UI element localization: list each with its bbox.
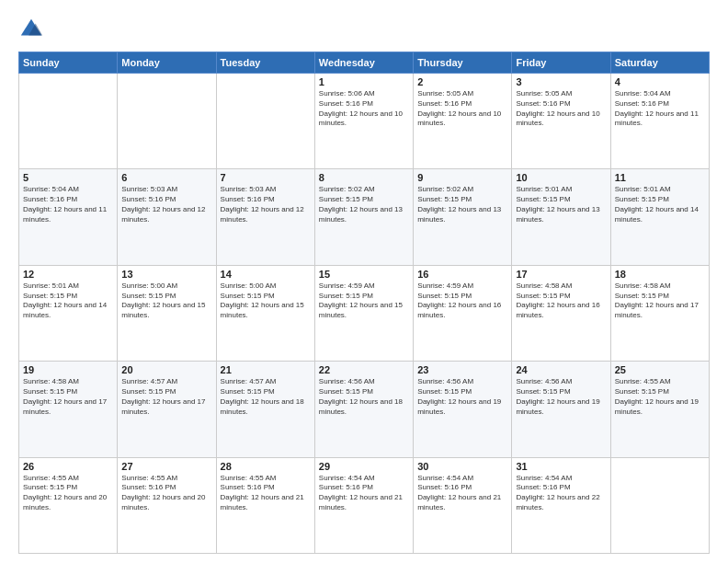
calendar-cell: 26Sunrise: 4:55 AM Sunset: 5:15 PM Dayli…: [19, 457, 118, 553]
calendar-cell: 29Sunrise: 4:54 AM Sunset: 5:16 PM Dayli…: [314, 457, 413, 553]
logo-icon: [18, 17, 44, 42]
calendar-cell: 27Sunrise: 4:55 AM Sunset: 5:16 PM Dayli…: [118, 457, 216, 553]
day-number: 31: [516, 461, 606, 472]
day-detail: Sunrise: 5:06 AM Sunset: 5:16 PM Dayligh…: [319, 89, 409, 129]
day-detail: Sunrise: 4:56 AM Sunset: 5:15 PM Dayligh…: [417, 377, 507, 417]
calendar-cell: 3Sunrise: 5:05 AM Sunset: 5:16 PM Daylig…: [512, 74, 610, 169]
day-detail: Sunrise: 4:59 AM Sunset: 5:15 PM Dayligh…: [319, 282, 409, 321]
calendar-cell: 15Sunrise: 4:59 AM Sunset: 5:15 PM Dayli…: [314, 265, 413, 361]
day-detail: Sunrise: 5:04 AM Sunset: 5:16 PM Dayligh…: [23, 185, 113, 224]
weekday-header-thursday: Thursday: [414, 52, 512, 74]
day-detail: Sunrise: 4:56 AM Sunset: 5:15 PM Dayligh…: [319, 377, 409, 417]
calendar-cell: 30Sunrise: 4:54 AM Sunset: 5:16 PM Dayli…: [414, 457, 512, 553]
calendar-cell: 25Sunrise: 4:55 AM Sunset: 5:15 PM Dayli…: [610, 362, 709, 457]
weekday-header-monday: Monday: [118, 52, 216, 74]
calendar-cell: 2Sunrise: 5:05 AM Sunset: 5:16 PM Daylig…: [414, 74, 512, 169]
weekday-header-saturday: Saturday: [610, 52, 709, 74]
day-detail: Sunrise: 4:57 AM Sunset: 5:15 PM Dayligh…: [221, 377, 311, 417]
calendar-cell: 16Sunrise: 4:59 AM Sunset: 5:15 PM Dayli…: [414, 265, 512, 361]
calendar-cell: 17Sunrise: 4:58 AM Sunset: 5:15 PM Dayli…: [512, 265, 610, 361]
day-number: 9: [417, 172, 507, 183]
calendar-cell: 31Sunrise: 4:54 AM Sunset: 5:16 PM Dayli…: [512, 457, 610, 553]
calendar-cell: 10Sunrise: 5:01 AM Sunset: 5:15 PM Dayli…: [512, 169, 610, 265]
page: SundayMondayTuesdayWednesdayThursdayFrid…: [0, 0, 728, 563]
day-detail: Sunrise: 4:55 AM Sunset: 5:15 PM Dayligh…: [23, 474, 113, 513]
calendar-cell: 19Sunrise: 4:58 AM Sunset: 5:15 PM Dayli…: [19, 362, 118, 457]
header-row: SundayMondayTuesdayWednesdayThursdayFrid…: [19, 52, 710, 74]
day-number: 11: [615, 172, 705, 183]
calendar-cell: [216, 74, 314, 169]
day-detail: Sunrise: 5:01 AM Sunset: 5:15 PM Dayligh…: [615, 185, 705, 224]
day-detail: Sunrise: 5:05 AM Sunset: 5:16 PM Dayligh…: [417, 89, 507, 129]
calendar-cell: 13Sunrise: 5:00 AM Sunset: 5:15 PM Dayli…: [118, 265, 216, 361]
calendar-cell: 18Sunrise: 4:58 AM Sunset: 5:15 PM Dayli…: [610, 265, 709, 361]
week-row-2: 12Sunrise: 5:01 AM Sunset: 5:15 PM Dayli…: [19, 265, 710, 361]
weekday-header-sunday: Sunday: [19, 52, 118, 74]
calendar-cell: 11Sunrise: 5:01 AM Sunset: 5:15 PM Dayli…: [610, 169, 709, 265]
calendar-cell: [19, 74, 118, 169]
day-number: 24: [516, 364, 606, 375]
calendar-cell: [610, 457, 709, 553]
day-number: 21: [221, 364, 311, 375]
day-number: 13: [121, 269, 211, 280]
day-number: 5: [23, 172, 113, 183]
week-row-0: 1Sunrise: 5:06 AM Sunset: 5:16 PM Daylig…: [19, 74, 710, 169]
day-detail: Sunrise: 5:02 AM Sunset: 5:15 PM Dayligh…: [417, 185, 507, 224]
calendar-cell: 7Sunrise: 5:03 AM Sunset: 5:16 PM Daylig…: [216, 169, 314, 265]
day-number: 20: [121, 364, 211, 375]
day-number: 10: [516, 172, 606, 183]
day-number: 28: [221, 461, 311, 472]
day-detail: Sunrise: 5:01 AM Sunset: 5:15 PM Dayligh…: [23, 282, 113, 321]
calendar-cell: 6Sunrise: 5:03 AM Sunset: 5:16 PM Daylig…: [118, 169, 216, 265]
calendar-cell: 23Sunrise: 4:56 AM Sunset: 5:15 PM Dayli…: [414, 362, 512, 457]
day-number: 15: [319, 269, 409, 280]
logo: [18, 17, 48, 42]
day-detail: Sunrise: 4:55 AM Sunset: 5:16 PM Dayligh…: [121, 474, 211, 513]
day-number: 22: [319, 364, 409, 375]
calendar-cell: 12Sunrise: 5:01 AM Sunset: 5:15 PM Dayli…: [19, 265, 118, 361]
calendar-table: SundayMondayTuesdayWednesdayThursdayFrid…: [18, 52, 710, 554]
day-number: 30: [417, 461, 507, 472]
day-detail: Sunrise: 4:58 AM Sunset: 5:15 PM Dayligh…: [615, 282, 705, 321]
day-detail: Sunrise: 5:05 AM Sunset: 5:16 PM Dayligh…: [516, 89, 606, 129]
day-number: 3: [516, 76, 606, 87]
day-detail: Sunrise: 4:58 AM Sunset: 5:15 PM Dayligh…: [23, 377, 113, 417]
day-number: 27: [121, 461, 211, 472]
day-number: 1: [319, 76, 409, 87]
day-detail: Sunrise: 4:58 AM Sunset: 5:15 PM Dayligh…: [516, 282, 606, 321]
day-detail: Sunrise: 4:55 AM Sunset: 5:16 PM Dayligh…: [221, 474, 311, 513]
day-detail: Sunrise: 4:54 AM Sunset: 5:16 PM Dayligh…: [516, 474, 606, 513]
day-number: 4: [615, 76, 705, 87]
calendar-cell: 9Sunrise: 5:02 AM Sunset: 5:15 PM Daylig…: [414, 169, 512, 265]
calendar-cell: 28Sunrise: 4:55 AM Sunset: 5:16 PM Dayli…: [216, 457, 314, 553]
day-number: 18: [615, 269, 705, 280]
day-number: 17: [516, 269, 606, 280]
day-number: 7: [221, 172, 311, 183]
day-detail: Sunrise: 4:55 AM Sunset: 5:15 PM Dayligh…: [615, 377, 705, 417]
day-detail: Sunrise: 5:03 AM Sunset: 5:16 PM Dayligh…: [121, 185, 211, 224]
calendar-cell: 14Sunrise: 5:00 AM Sunset: 5:15 PM Dayli…: [216, 265, 314, 361]
day-number: 29: [319, 461, 409, 472]
calendar-cell: 22Sunrise: 4:56 AM Sunset: 5:15 PM Dayli…: [314, 362, 413, 457]
day-detail: Sunrise: 5:01 AM Sunset: 5:15 PM Dayligh…: [516, 185, 606, 224]
calendar-cell: 1Sunrise: 5:06 AM Sunset: 5:16 PM Daylig…: [314, 74, 413, 169]
weekday-header-tuesday: Tuesday: [216, 52, 314, 74]
day-detail: Sunrise: 5:02 AM Sunset: 5:15 PM Dayligh…: [319, 185, 409, 224]
calendar-cell: 20Sunrise: 4:57 AM Sunset: 5:15 PM Dayli…: [118, 362, 216, 457]
week-row-4: 26Sunrise: 4:55 AM Sunset: 5:15 PM Dayli…: [19, 457, 710, 553]
calendar-cell: 8Sunrise: 5:02 AM Sunset: 5:15 PM Daylig…: [314, 169, 413, 265]
day-number: 8: [319, 172, 409, 183]
weekday-header-friday: Friday: [512, 52, 610, 74]
day-number: 19: [23, 364, 113, 375]
day-number: 6: [121, 172, 211, 183]
calendar-cell: 24Sunrise: 4:56 AM Sunset: 5:15 PM Dayli…: [512, 362, 610, 457]
day-detail: Sunrise: 4:59 AM Sunset: 5:15 PM Dayligh…: [417, 282, 507, 321]
calendar-cell: [118, 74, 216, 169]
day-detail: Sunrise: 4:56 AM Sunset: 5:15 PM Dayligh…: [516, 377, 606, 417]
day-detail: Sunrise: 5:03 AM Sunset: 5:16 PM Dayligh…: [221, 185, 311, 224]
day-number: 23: [417, 364, 507, 375]
day-detail: Sunrise: 5:04 AM Sunset: 5:16 PM Dayligh…: [615, 89, 705, 129]
day-number: 12: [23, 269, 113, 280]
day-number: 25: [615, 364, 705, 375]
calendar-cell: 4Sunrise: 5:04 AM Sunset: 5:16 PM Daylig…: [610, 74, 709, 169]
